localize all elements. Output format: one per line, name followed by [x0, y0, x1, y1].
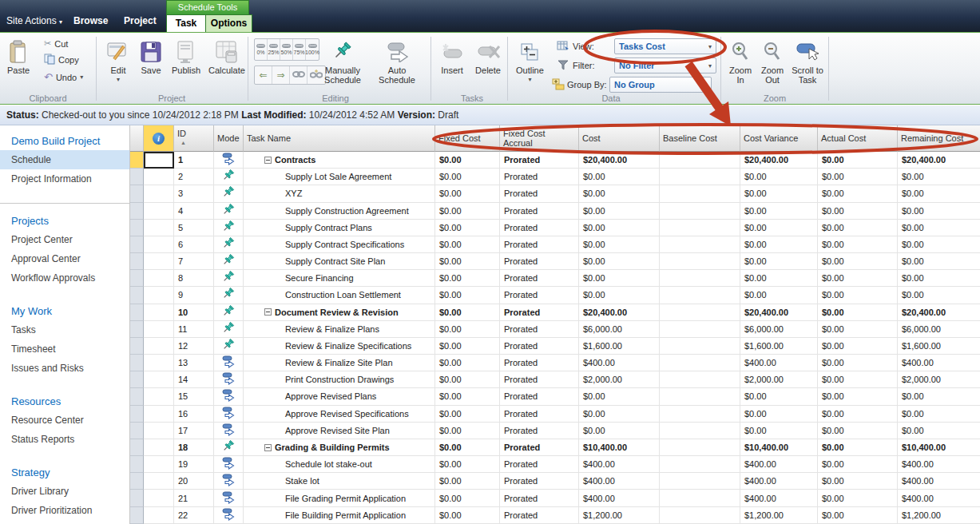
- info-cell[interactable]: [144, 507, 174, 524]
- manually-schedule-button[interactable]: Manually Schedule: [318, 36, 367, 87]
- column-header-fixed-cost[interactable]: Fixed Cost: [435, 125, 500, 152]
- cell-cost-variance[interactable]: $0.00: [740, 203, 818, 220]
- cell-fixed-cost[interactable]: $0.00: [435, 439, 500, 456]
- cell-cost[interactable]: $0.00: [579, 287, 660, 304]
- row-selector[interactable]: [130, 169, 144, 185]
- cell-fixed-cost-accrual[interactable]: Prorated: [500, 203, 579, 220]
- info-cell[interactable]: [144, 490, 174, 506]
- cell-actual-cost[interactable]: $0.00: [818, 169, 898, 185]
- scroll-to-task-button[interactable]: Scroll to Task: [789, 36, 826, 87]
- cell-actual-cost[interactable]: $0.00: [818, 507, 898, 524]
- cell-id[interactable]: 1: [174, 152, 214, 169]
- cell-remaining-cost[interactable]: $400.00: [898, 456, 980, 473]
- cell-fixed-cost[interactable]: $0.00: [435, 253, 500, 270]
- cell-baseline-cost[interactable]: [660, 169, 740, 185]
- column-header-cost-variance[interactable]: Cost Variance: [740, 125, 818, 152]
- cell-task-name[interactable]: File Building Permit Application: [244, 507, 435, 524]
- cell-actual-cost[interactable]: $0.00: [818, 338, 898, 355]
- cell-remaining-cost[interactable]: $400.00: [898, 490, 980, 506]
- sidebar-item-approval-center[interactable]: Approval Center: [0, 249, 129, 268]
- info-cell[interactable]: [144, 338, 174, 355]
- sidebar-item-resource-center[interactable]: Resource Center: [0, 411, 129, 430]
- cell-id[interactable]: 5: [174, 220, 214, 236]
- cell-actual-cost[interactable]: $0.00: [818, 490, 898, 506]
- cell-cost-variance[interactable]: $0.00: [740, 220, 818, 236]
- sidebar-item-issues-and-risks[interactable]: Issues and Risks: [0, 359, 129, 378]
- cell-mode[interactable]: [214, 304, 244, 321]
- cell-cost[interactable]: $2,000.00: [579, 371, 660, 388]
- cell-actual-cost[interactable]: $0.00: [818, 287, 898, 304]
- site-actions-menu[interactable]: Site Actions ▾: [6, 15, 62, 26]
- cell-mode[interactable]: [214, 371, 244, 388]
- cell-actual-cost[interactable]: $0.00: [818, 456, 898, 473]
- cell-task-name[interactable]: Grading & Building Permits: [244, 439, 435, 456]
- info-cell[interactable]: [144, 321, 174, 338]
- collapse-icon[interactable]: [264, 444, 272, 451]
- cell-cost-variance[interactable]: $20,400.00: [740, 304, 818, 321]
- row-selector[interactable]: [130, 236, 144, 253]
- cell-baseline-cost[interactable]: [660, 270, 740, 287]
- percent-0-button[interactable]: 0%: [255, 39, 268, 60]
- cell-cost-variance[interactable]: $0.00: [740, 185, 818, 202]
- cell-id[interactable]: 16: [174, 406, 214, 423]
- info-cell[interactable]: [144, 423, 174, 439]
- row-selector[interactable]: [130, 371, 144, 388]
- percent-25-button[interactable]: 25%: [268, 39, 280, 60]
- cell-task-name[interactable]: Supply Contract Specifications: [244, 236, 435, 253]
- row-selector[interactable]: [130, 287, 144, 304]
- sidebar-item-tasks[interactable]: Tasks: [0, 320, 129, 339]
- cell-cost[interactable]: $0.00: [579, 388, 660, 405]
- cell-baseline-cost[interactable]: [660, 507, 740, 524]
- cell-fixed-cost-accrual[interactable]: Prorated: [500, 185, 579, 202]
- info-cell[interactable]: [144, 169, 174, 185]
- cell-baseline-cost[interactable]: [660, 355, 740, 371]
- cell-cost-variance[interactable]: $20,400.00: [740, 152, 818, 169]
- cell-id[interactable]: 12: [174, 338, 214, 355]
- cell-task-name[interactable]: Schedule lot stake-out: [244, 456, 435, 473]
- cell-remaining-cost[interactable]: $0.00: [898, 185, 980, 202]
- cell-remaining-cost[interactable]: $0.00: [898, 220, 980, 236]
- cell-fixed-cost-accrual[interactable]: Prorated: [500, 406, 579, 423]
- tab-project[interactable]: Project: [124, 15, 157, 26]
- cell-cost-variance[interactable]: $400.00: [740, 473, 818, 490]
- row-selector[interactable]: [130, 270, 144, 287]
- edit-button[interactable]: Edit ▾: [104, 36, 133, 87]
- row-selector[interactable]: [130, 388, 144, 405]
- cell-task-name[interactable]: Supply Lot Sale Agreement: [244, 169, 435, 185]
- cell-cost-variance[interactable]: $0.00: [740, 287, 818, 304]
- auto-schedule-button[interactable]: Auto Schedule: [371, 36, 423, 87]
- percent-75-button[interactable]: 75%: [293, 39, 306, 60]
- cell-fixed-cost-accrual[interactable]: Prorated: [500, 287, 579, 304]
- info-cell[interactable]: [144, 371, 174, 388]
- cell-cost-variance[interactable]: $400.00: [740, 355, 818, 371]
- cell-id[interactable]: 2: [174, 169, 214, 185]
- cell-fixed-cost[interactable]: $0.00: [435, 304, 500, 321]
- cell-remaining-cost[interactable]: $1,200.00: [898, 507, 980, 524]
- cell-cost[interactable]: $400.00: [579, 456, 660, 473]
- cell-task-name[interactable]: Supply Contract Site Plan: [244, 253, 435, 270]
- cell-remaining-cost[interactable]: $0.00: [898, 253, 980, 270]
- cell-mode[interactable]: [214, 473, 244, 490]
- calculate-button[interactable]: Calculate: [206, 36, 248, 77]
- info-cell[interactable]: [144, 203, 174, 220]
- cell-cost-variance[interactable]: $0.00: [740, 253, 818, 270]
- cell-id[interactable]: 17: [174, 423, 214, 439]
- cell-cost-variance[interactable]: $1,200.00: [740, 507, 818, 524]
- cell-cost[interactable]: $6,000.00: [579, 321, 660, 338]
- cell-fixed-cost[interactable]: $0.00: [435, 203, 500, 220]
- sidebar-item-driver-prioritization[interactable]: Driver Prioritization: [0, 501, 129, 520]
- cell-task-name[interactable]: Review & Finalize Plans: [244, 321, 435, 338]
- tab-browse[interactable]: Browse: [73, 15, 108, 26]
- sidebar-item-driver-library[interactable]: Driver Library: [0, 482, 129, 501]
- cell-fixed-cost-accrual[interactable]: Prorated: [500, 439, 579, 456]
- cell-remaining-cost[interactable]: $400.00: [898, 473, 980, 490]
- cell-id[interactable]: 10: [174, 304, 214, 321]
- cell-task-name[interactable]: Supply Contract Plans: [244, 220, 435, 236]
- cell-baseline-cost[interactable]: [660, 439, 740, 456]
- cell-remaining-cost[interactable]: $1,600.00: [898, 338, 980, 355]
- cell-cost[interactable]: $0.00: [579, 169, 660, 185]
- cell-baseline-cost[interactable]: [660, 287, 740, 304]
- cell-mode[interactable]: [214, 169, 244, 185]
- info-cell[interactable]: [144, 185, 174, 202]
- cell-actual-cost[interactable]: $0.00: [818, 270, 898, 287]
